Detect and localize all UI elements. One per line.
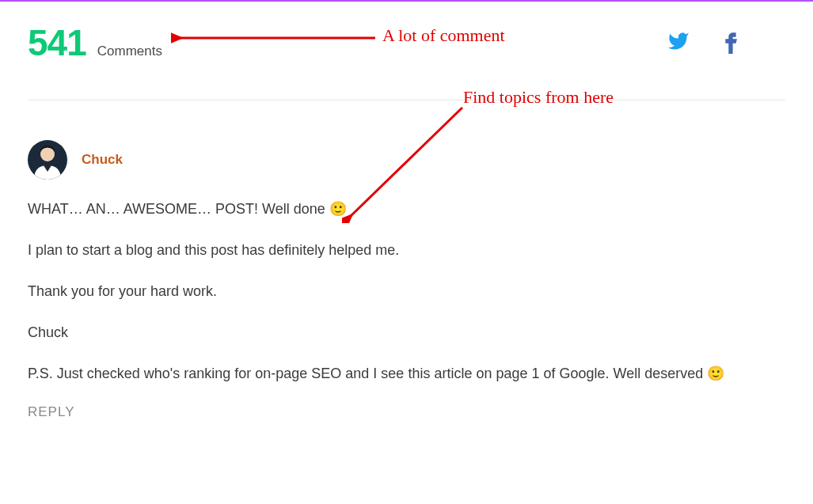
reply-button[interactable]: REPLY — [28, 404, 785, 420]
divider — [28, 100, 785, 100]
comment-author[interactable]: Chuck — [82, 152, 123, 168]
svg-point-1 — [40, 147, 55, 161]
comment-paragraph: I plan to start a blog and this post has… — [28, 240, 785, 260]
comment-paragraph: Chuck — [28, 322, 785, 343]
comment-body: WHAT… AN… AWESOME… POST! Well done 🙂 I p… — [28, 199, 785, 384]
comment-paragraph: P.S. Just checked who's ranking for on-p… — [28, 363, 785, 384]
comment-paragraph: Thank you for your hard work. — [28, 281, 785, 301]
avatar — [28, 140, 67, 180]
comments-count: 541 — [28, 21, 86, 64]
comment-header: Chuck — [28, 140, 785, 180]
comments-count-wrap: 541 Comments — [28, 21, 162, 64]
comment-paragraph: WHAT… AN… AWESOME… POST! Well done 🙂 — [28, 199, 785, 219]
twitter-icon[interactable] — [665, 30, 692, 55]
comment-item: Chuck WHAT… AN… AWESOME… POST! Well done… — [28, 140, 785, 420]
facebook-icon[interactable] — [724, 28, 738, 57]
comments-label: Comments — [97, 44, 162, 59]
social-share — [665, 28, 785, 57]
comments-header: 541 Comments — [28, 21, 785, 64]
